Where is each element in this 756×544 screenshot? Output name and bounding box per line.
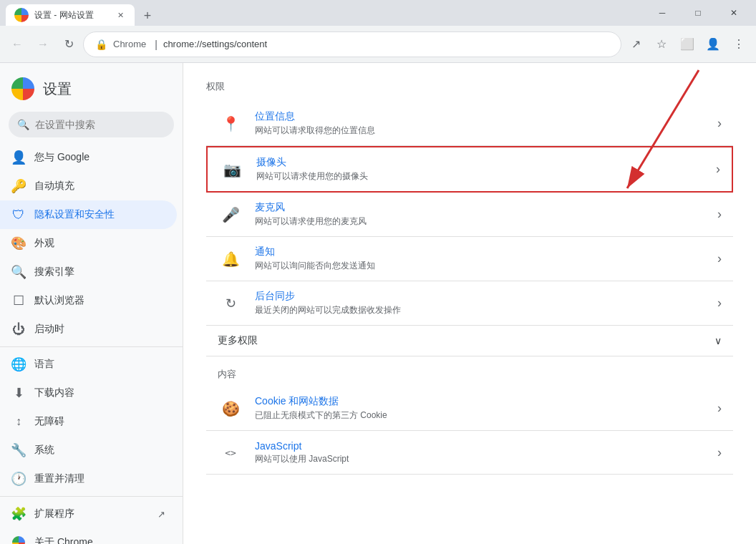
content-section-label: 内容 [206, 356, 733, 387]
notifications-desc: 网站可以询问能否向您发送通知 [255, 260, 717, 272]
profile-button[interactable]: 👤 [702, 33, 724, 56]
tab-search-button[interactable]: ⬜ [676, 33, 699, 56]
sidebar-item-search[interactable]: 🔍 搜索引擎 [0, 258, 177, 286]
tab-strip: 设置 - 网站设置 ✕ + [6, 0, 646, 26]
camera-chevron-icon: › [716, 162, 720, 177]
sidebar-label-privacy: 隐私设置和安全性 [34, 208, 115, 221]
minimize-button[interactable]: ─ [646, 1, 679, 24]
sidebar-item-browser[interactable]: ☐ 默认浏览器 [0, 286, 177, 315]
background-title: 后台同步 [255, 290, 717, 303]
notifications-text: 通知 网站可以询问能否向您发送通知 [255, 246, 717, 272]
sidebar-item-language[interactable]: 🌐 语言 [0, 350, 177, 379]
reload-button[interactable]: ↻ [57, 33, 80, 56]
permission-microphone[interactable]: 🎤 麦克风 网站可以请求使用您的麦克风 › [206, 193, 733, 237]
sidebar-label-extensions: 扩展程序 [34, 507, 74, 520]
security-icon: 🔒 [95, 39, 107, 50]
sidebar-icon-privacy: 🛡 [11, 208, 26, 222]
microphone-icon: 🎤 [218, 202, 243, 228]
sidebar-label-download: 下载内容 [34, 387, 74, 399]
cookie-text: Cookie 和网站数据 已阻止无痕模式下的第三方 Cookie [255, 395, 717, 422]
sidebar-icon-language: 🌐 [11, 357, 26, 371]
active-tab[interactable]: 设置 - 网站设置 ✕ [6, 4, 135, 26]
permission-location[interactable]: 📍 位置信息 网站可以请求取得您的位置信息 › [206, 102, 733, 146]
search-icon: 🔍 [17, 119, 29, 130]
cookie-title: Cookie 和网站数据 [255, 395, 717, 408]
sidebar-label-language: 语言 [34, 358, 54, 371]
window-controls: ─ □ ✕ [646, 1, 750, 24]
main-content: 设置 🔍 👤 您与 Google 🔑 自动填充 🛡 隐私设置和安全性 🎨 外观 … [0, 63, 756, 544]
permission-background[interactable]: ↻ 后台同步 最近关闭的网站可以完成数据收发操作 › [206, 281, 733, 326]
microphone-title: 麦克风 [255, 201, 717, 214]
javascript-desc: 网站可以使用 JavaScript [255, 453, 717, 465]
background-desc: 最近关闭的网站可以完成数据收发操作 [255, 304, 717, 316]
sidebar-item-privacy[interactable]: 🛡 隐私设置和安全性 [0, 200, 177, 229]
sidebar-item-accessibility[interactable]: ↕ 无障碍 [0, 407, 177, 436]
sidebar-label-search: 搜索引擎 [34, 266, 74, 278]
notifications-icon: 🔔 [218, 246, 243, 272]
cookie-chevron-icon: › [717, 401, 722, 416]
cookie-icon: 🍪 [218, 396, 243, 422]
sidebar-label-startup: 启动时 [34, 323, 64, 336]
sidebar-item-autofill[interactable]: 🔑 自动填充 [0, 172, 177, 200]
sidebar-label-autofill: 自动填充 [34, 180, 74, 193]
sidebar-label-reset: 重置并清理 [34, 472, 84, 485]
google-logo-icon [11, 77, 34, 100]
permission-cookie[interactable]: 🍪 Cookie 和网站数据 已阻止无痕模式下的第三方 Cookie › [206, 387, 733, 431]
javascript-text: JavaScript 网站可以使用 JavaScript [255, 440, 717, 465]
content-area: 权限 📍 位置信息 网站可以请求取得您的位置信息 › 📷 摄像头 网站可以请求使… [183, 63, 756, 544]
search-input[interactable] [35, 119, 165, 130]
camera-desc: 网站可以请求使用您的摄像头 [256, 170, 716, 183]
content-inner: 权限 📍 位置信息 网站可以请求取得您的位置信息 › 📷 摄像头 网站可以请求使… [183, 63, 756, 486]
permission-javascript[interactable]: <> JavaScript 网站可以使用 JavaScript › [206, 431, 733, 475]
sidebar-label-appearance: 外观 [34, 237, 54, 250]
permission-camera[interactable]: 📷 摄像头 网站可以请求使用您的摄像头 › [206, 146, 733, 193]
sidebar-icon-autofill: 🔑 [11, 179, 26, 193]
permission-notifications[interactable]: 🔔 通知 网站可以询问能否向您发送通知 › [206, 237, 733, 281]
sidebar-item-google[interactable]: 👤 您与 Google [0, 143, 177, 172]
sidebar-header: 设置 [0, 69, 183, 112]
sidebar-icon-browser: ☐ [11, 293, 26, 308]
tab-title: 设置 - 网站设置 [34, 9, 109, 21]
sidebar-item-system[interactable]: 🔧 系统 [0, 436, 177, 465]
share-button[interactable]: ↗ [624, 33, 647, 56]
sidebar-icon-startup: ⏻ [11, 322, 26, 336]
sidebar-label-accessibility: 无障碍 [34, 415, 64, 428]
camera-icon: 📷 [219, 157, 245, 183]
sidebar-item-extensions[interactable]: 🧩 扩展程序 ↗ [0, 500, 177, 528]
forward-button[interactable]: → [32, 33, 54, 56]
bookmark-button[interactable]: ☆ [650, 33, 673, 56]
cookie-desc: 已阻止无痕模式下的第三方 Cookie [255, 409, 717, 422]
more-permissions-item[interactable]: 更多权限 ∨ [206, 326, 733, 356]
location-text: 位置信息 网站可以请求取得您的位置信息 [255, 110, 717, 137]
location-icon: 📍 [218, 111, 243, 137]
sidebar-search-box[interactable]: 🔍 [9, 112, 174, 137]
more-permissions-label: 更多权限 [218, 334, 258, 347]
sidebar-label-about: 关于 Chrome [34, 536, 93, 544]
sidebar-icon-download: ⬇ [11, 386, 26, 400]
sidebar-item-appearance[interactable]: 🎨 外观 [0, 229, 177, 258]
back-button[interactable]: ← [6, 33, 29, 56]
maximize-button[interactable]: □ [682, 1, 714, 24]
sidebar-item-reset[interactable]: 🕐 重置并清理 [0, 465, 177, 493]
microphone-text: 麦克风 网站可以请求使用您的麦克风 [255, 201, 717, 228]
microphone-desc: 网站可以请求使用您的麦克风 [255, 215, 717, 228]
sidebar-icon-reset: 🕐 [11, 472, 26, 486]
tab-close-button[interactable]: ✕ [115, 9, 126, 21]
close-button[interactable]: ✕ [717, 1, 750, 24]
address-separator: | [155, 39, 158, 50]
sidebar-item-download[interactable]: ⬇ 下载内容 [0, 379, 177, 407]
sidebar-item-startup[interactable]: ⏻ 启动时 [0, 315, 177, 344]
javascript-chevron-icon: › [717, 445, 722, 460]
sidebar-title: 设置 [43, 79, 72, 99]
titlebar: 设置 - 网站设置 ✕ + ─ □ ✕ [0, 0, 756, 26]
sidebar-label-google: 您与 Google [34, 151, 89, 164]
address-actions: ↗ ☆ ⬜ 👤 ⋮ [624, 33, 750, 56]
menu-button[interactable]: ⋮ [727, 33, 750, 56]
sidebar: 设置 🔍 👤 您与 Google 🔑 自动填充 🛡 隐私设置和安全性 🎨 外观 … [0, 63, 183, 544]
new-tab-button[interactable]: + [137, 6, 158, 26]
background-icon: ↻ [218, 291, 243, 316]
sidebar-item-about[interactable]: 关于 Chrome [0, 528, 177, 544]
camera-title: 摄像头 [256, 156, 716, 169]
address-bar[interactable]: 🔒 Chrome | chrome://settings/content [83, 31, 621, 57]
javascript-title: JavaScript [255, 440, 717, 452]
